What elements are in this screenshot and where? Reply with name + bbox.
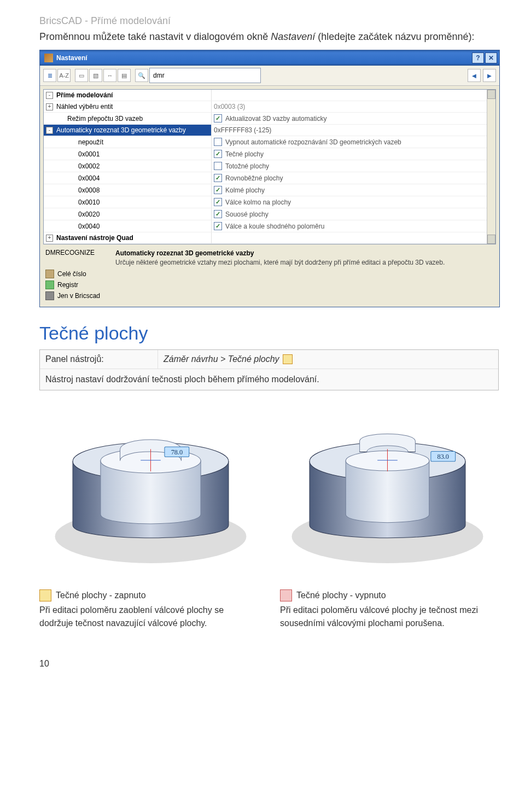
intro-pre: Proměnnou můžete také nastavit v dialogo… [39,31,271,42]
expand-icon[interactable]: + [46,103,53,110]
app-icon [44,54,53,62]
info-desc: Určuje některé geometrické vztahy mezi p… [115,258,494,267]
row-value: 0x0003 (3) [214,103,245,110]
checkbox[interactable]: ✓ [214,222,222,230]
checkbox[interactable]: ✓ [214,210,222,218]
row-label: Nastavení nástroje Quad [56,234,133,242]
grid-row[interactable]: Režim přepočtu 3D vazeb✓Aktualizovat 3D … [44,113,487,125]
row-value: Totožné plochy [225,162,269,170]
info-l2: Registr [57,281,78,289]
row-label: 0x0020 [55,211,100,218]
doc-header: BricsCAD - Přímé modelování [39,15,499,27]
tangent-on-icon [39,589,51,601]
grid-icon[interactable]: ▤ [118,69,131,82]
grid-row[interactable]: 0x0004✓Rovnoběžné plochy [44,172,487,184]
scroll-down-icon[interactable] [487,235,495,244]
collapse-icon[interactable]: - [46,127,53,134]
category-icon[interactable]: ▧ [89,69,102,82]
row-label: 0x0008 [55,186,100,194]
tangent-off-icon [280,589,292,601]
panel-label: Panel nástrojů: [40,350,158,369]
row-label: 0x0001 [55,150,100,158]
find-icon[interactable]: 🔍 [135,69,148,82]
row-value: Rovnoběžné plochy [225,174,283,182]
page-number: 10 [39,659,499,669]
row-value: Tečné plochy [225,150,264,158]
tangent-faces-icon [283,354,293,364]
grid-row[interactable]: +Náhled výběru entit0x0003 (3) [44,101,487,113]
scroll-up-icon[interactable] [487,90,495,99]
row-label: Přímé modelování [56,91,113,99]
checkbox[interactable]: ✓ [214,150,222,158]
dialog-titlebar: Nastavení ? ✕ [40,50,499,66]
grid-row[interactable]: 0x0008✓Kolmé plochy [44,184,487,196]
tree-view-icon[interactable]: ≣ [43,69,56,82]
dialog-title: Nastavení [56,54,88,62]
checkbox[interactable] [214,138,222,146]
panel-value: Záměr návrhu > Tečné plochy [164,354,279,364]
row-value: Válce kolmo na plochy [225,198,291,206]
grid-row[interactable]: 0x0002Totožné plochy [44,160,487,172]
row-label: 0x0040 [55,223,100,230]
row-value: 0xFFFFFF83 (-125) [214,126,271,134]
caption-right-title: Tečné plochy - vypnuto [296,589,386,601]
row-label: 0x0004 [55,174,100,182]
info-l1: Celé číslo [57,270,86,278]
settings-dialog: Nastavení ? ✕ ≣ A‑Z ▭ ▧ ↔ ▤ 🔍 ◄ ► -Přímé… [39,50,500,307]
info-title: Automaticky rozeznat 3D geometrické vazb… [115,249,494,258]
section-desc: Nástroj nastaví dodržování tečnosti ploc… [40,369,498,390]
caption-left-body: Při editaci poloměru zaoblení válcové pl… [39,604,258,629]
grid-row[interactable]: -Přímé modelování [44,90,487,101]
row-value: Souosé plochy [225,211,269,218]
grid-row[interactable]: 0x0040✓Válce a koule shodného poloměru [44,220,487,232]
grid-row[interactable]: 0x0001✓Tečné plochy [44,148,487,160]
search-input[interactable] [149,68,261,83]
grid-row[interactable]: 0x0020✓Souosé plochy [44,208,487,220]
checkbox[interactable]: ✓ [214,198,222,206]
checkbox[interactable] [214,162,222,170]
az-sort-icon[interactable]: A‑Z [57,69,71,82]
dialog-toolbar: ≣ A‑Z ▭ ▧ ↔ ▤ 🔍 ◄ ► [40,66,499,86]
bricscad-only-icon [45,291,54,300]
row-label: 0x0010 [55,198,100,206]
arrows-icon[interactable]: ↔ [103,69,116,82]
help-button[interactable]: ? [472,52,484,63]
info-l3: Jen v Bricscad [57,292,100,300]
grid-row[interactable]: nepoužítVypnout automatické rozpoznávání… [44,136,487,148]
row-value: Válce a koule shodného poloměru [225,223,324,230]
grid-row[interactable]: -Automaticky rozeznat 3D geometrické vaz… [44,125,487,136]
fig-left-value: 78.0 [171,448,183,455]
caption-left-title: Tečné plochy - zapnuto [56,589,146,601]
checkbox[interactable]: ✓ [214,174,222,182]
grid-row[interactable]: +Nastavení nástroje Quad [44,232,487,244]
row-label: Náhled výběru entit [56,103,113,110]
fig-right-value: 83.0 [438,453,449,460]
info-panel: DMRECOGNIZE Automaticky rozeznat 3D geom… [43,244,496,301]
expand-icon[interactable]: ▭ [75,69,88,82]
figure-tangent-on: 78.0 [39,406,262,573]
row-label: Režim přepočtu 3D vazeb [55,115,143,122]
close-button[interactable]: ✕ [485,52,497,63]
settings-grid: -Přímé modelování+Náhled výběru entit0x0… [43,89,496,244]
row-value: Aktualizovat 3D vazby automaticky [225,115,326,122]
row-label: Automaticky rozeznat 3D geometrické vazb… [56,126,186,134]
row-label: nepoužít [55,138,103,146]
registry-icon [45,281,54,289]
row-label: 0x0002 [55,162,100,170]
next-button[interactable]: ► [483,69,496,82]
intro-ital: Nastavení [271,31,315,42]
caption-right-body: Při editaci poloměru válcové plochy je t… [280,604,499,629]
section-heading: Tečné plochy [39,323,499,344]
tool-panel-box: Panel nástrojů: Záměr návrhu > Tečné plo… [39,349,499,390]
intro-post: (hledejte začátek názvu proměnné): [315,31,474,42]
prev-button[interactable]: ◄ [468,69,481,82]
collapse-icon[interactable]: - [46,92,53,99]
var-name: DMRECOGNIZE [45,249,111,256]
vertical-scrollbar[interactable] [487,90,495,244]
int-type-icon [45,270,54,278]
checkbox[interactable]: ✓ [214,114,222,122]
grid-row[interactable]: 0x0010✓Válce kolmo na plochy [44,196,487,208]
expand-icon[interactable]: + [46,235,53,242]
checkbox[interactable]: ✓ [214,186,222,194]
intro-paragraph: Proměnnou můžete také nastavit v dialogo… [39,30,499,43]
